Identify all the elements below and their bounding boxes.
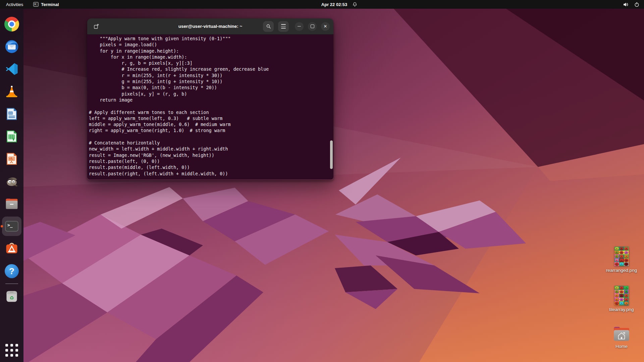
- thumbnail-tile: [619, 290, 624, 294]
- terminal-icon: >_: [5, 221, 18, 232]
- app-grid-dot: [10, 354, 13, 357]
- app-grid-dot: [15, 344, 18, 347]
- desktop-icon-rearranged[interactable]: rearranged.png: [601, 247, 642, 273]
- thumbnail-tile: [614, 286, 619, 290]
- code-line: for y in range(image.height):: [89, 48, 333, 54]
- desktop-icon-home[interactable]: Home: [601, 325, 642, 349]
- top-panel-left: Activities > Terminal: [0, 2, 59, 7]
- minimize-icon: [298, 26, 301, 27]
- code-line: r, g, b = pixels[x, y][:3]: [89, 60, 333, 66]
- desktop-icon-tilearray[interactable]: tilearray.png: [601, 286, 642, 312]
- system-status-area[interactable]: [623, 1, 644, 8]
- minimize-button[interactable]: [295, 22, 304, 31]
- app-grid-dot: [10, 344, 13, 347]
- app-grid-dot: [10, 349, 13, 352]
- dock-item-vscode[interactable]: [4, 61, 20, 77]
- ubuntu-software-icon: [4, 241, 19, 256]
- code-line: new_width = left.width + middle.width + …: [89, 146, 333, 152]
- code-line: result.paste(left, (0, 0)): [89, 158, 333, 164]
- thumbnail-tile: [619, 258, 624, 262]
- libreoffice-writer-icon: [5, 107, 19, 121]
- desktop-icon-label: tilearray.png: [609, 307, 634, 312]
- code-line: pixels[x, y] = (r, g, b): [89, 91, 333, 97]
- code-line: # Increase red, slightly increase green,…: [89, 66, 333, 72]
- dock-item-calc[interactable]: [4, 128, 20, 144]
- thumbnail-tile: [619, 294, 624, 298]
- thumbnail-tile: [624, 298, 629, 302]
- volume-icon: [623, 1, 629, 8]
- search-icon: [266, 23, 271, 29]
- dock-item-software[interactable]: [4, 241, 20, 257]
- menu-button[interactable]: [278, 21, 289, 32]
- app-grid-dot: [15, 349, 18, 352]
- notification-bell-icon: [352, 2, 358, 7]
- code-line: middle = apply_warm_tone(middle, 0.6) # …: [89, 121, 333, 127]
- vscode-icon: [5, 62, 19, 76]
- thumbnail-tile: [619, 251, 624, 255]
- terminal-scrollbar-thumb[interactable]: [330, 140, 333, 169]
- new-tab-button[interactable]: [91, 21, 102, 32]
- app-grid-dot: [5, 349, 8, 352]
- thumbnail-tile: [624, 262, 629, 266]
- app-grid-dot: [5, 354, 8, 357]
- thumbnail-tile: [624, 286, 629, 290]
- code-line: [89, 134, 333, 140]
- maximize-button[interactable]: [308, 22, 317, 31]
- thumbnail-tile: [624, 251, 629, 255]
- new-tab-icon: [93, 23, 99, 29]
- trash-icon: ♻: [4, 289, 19, 304]
- terminal-titlebar[interactable]: user@user-virtual-machine: ~ ✕: [87, 18, 333, 35]
- thumbnail-tile: [624, 247, 629, 251]
- thumbnail-tile: [614, 262, 619, 266]
- code-line: r = min(255, int(r + intensity * 30)): [89, 72, 333, 78]
- dock-item-impress[interactable]: [4, 151, 20, 167]
- code-line: result.paste(middle, (left.width, 0)): [89, 164, 333, 170]
- close-button[interactable]: ✕: [321, 22, 330, 31]
- thumbnail-tile: [624, 254, 629, 258]
- thumbnail-tile: [619, 262, 624, 266]
- thumbnail-tile: [624, 301, 629, 305]
- dock-item-files[interactable]: [4, 196, 20, 212]
- dock-item-writer[interactable]: [4, 106, 20, 122]
- files-icon: [4, 196, 19, 211]
- activities-button[interactable]: Activities: [5, 2, 24, 7]
- thumbnail-tile: [614, 294, 619, 298]
- window-title: user@user-virtual-machine: ~: [178, 24, 243, 29]
- terminal-content[interactable]: """Apply warm tone with given intensity …: [87, 35, 333, 180]
- dock-item-help[interactable]: ?: [4, 263, 20, 279]
- dock-item-trash[interactable]: ♻: [4, 288, 20, 304]
- clock-menu[interactable]: Apr 22 02:53: [321, 2, 358, 7]
- thumbnail-tile: [614, 258, 619, 262]
- top-panel: Activities > Terminal Apr 22 02:53: [0, 0, 644, 9]
- app-grid-dot: [15, 354, 18, 357]
- dock-item-vlc[interactable]: [4, 83, 20, 100]
- svg-text:♻: ♻: [9, 295, 14, 301]
- show-applications-button[interactable]: [5, 344, 18, 357]
- dock-item-thunderbird[interactable]: [4, 39, 20, 55]
- thunderbird-icon: [4, 39, 19, 54]
- dock-item-terminal[interactable]: >_: [4, 218, 20, 234]
- search-button[interactable]: [263, 21, 274, 32]
- thumbnail-tile: [614, 247, 619, 251]
- desktop-icon-label: rearranged.png: [606, 268, 637, 273]
- thumbnail-tile: [614, 298, 619, 302]
- thumbnail-tile: [624, 290, 629, 294]
- dock-item-gimp[interactable]: [4, 173, 20, 189]
- thumbnail-tile: [614, 251, 619, 255]
- desktop-icon-label: Home: [615, 344, 628, 349]
- code-line: b = max(0, int(b - intensity * 20)): [89, 84, 333, 90]
- code-line: [89, 103, 333, 109]
- terminal-code: """Apply warm tone with given intensity …: [89, 36, 333, 177]
- dock: >_?♻: [0, 9, 23, 362]
- dock-item-chrome[interactable]: [4, 16, 20, 32]
- code-line: left = apply_warm_tone(left, 0.3) # subt…: [89, 115, 333, 121]
- libreoffice-impress-icon: [5, 152, 19, 166]
- focused-app-indicator[interactable]: > Terminal: [33, 2, 59, 7]
- code-line: # Concatenate horizontally: [89, 140, 333, 146]
- code-line: result = Image.new('RGB', (new_width, he…: [89, 152, 333, 158]
- thumbnail-tile: [619, 247, 624, 251]
- thumbnail-tile: [619, 298, 624, 302]
- help-icon: ?: [5, 264, 19, 278]
- home-folder-icon: [612, 325, 631, 342]
- power-icon: [634, 2, 640, 7]
